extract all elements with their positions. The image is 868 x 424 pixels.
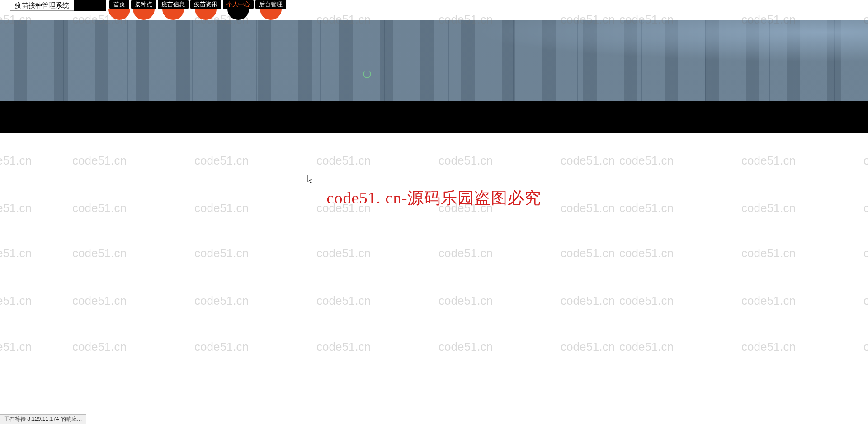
nav-lobe-1 — [133, 9, 155, 20]
nav-item-5[interactable]: 后台管理 — [255, 0, 286, 11]
mouse-cursor-icon — [307, 175, 314, 184]
title-black-extension — [74, 0, 106, 11]
nav-link-3[interactable]: 疫苗资讯 — [190, 0, 221, 9]
loading-spinner-icon — [363, 70, 371, 78]
nav-item-4[interactable]: 个人中心 — [223, 0, 254, 11]
center-warning-text: code51. cn-源码乐园盗图必究 — [327, 187, 542, 209]
nav-lobe-2 — [162, 9, 184, 20]
top-bar: 疫苗接种管理系统 首页接种点疫苗信息疫苗资讯个人中心后台管理 — [0, 0, 868, 11]
browser-status-bar: 正在等待 8.129.11.174 的响应… — [0, 414, 86, 424]
nav-link-4[interactable]: 个人中心 — [223, 0, 254, 9]
content-area: code51. cn-源码乐园盗图必究 — [0, 133, 868, 413]
nav-item-1[interactable]: 接种点 — [131, 0, 156, 11]
status-bar-text: 正在等待 8.129.11.174 的响应… — [4, 415, 82, 423]
hero-banner — [0, 20, 868, 101]
nav-lobe-4 — [227, 9, 249, 20]
site-title-text: 疫苗接种管理系统 — [15, 1, 69, 10]
nav-item-2[interactable]: 疫苗信息 — [158, 0, 189, 11]
site-title: 疫苗接种管理系统 — [10, 0, 74, 11]
black-separator-strip — [0, 101, 868, 133]
nav-link-5[interactable]: 后台管理 — [255, 0, 286, 9]
nav-lobe-5 — [260, 9, 282, 20]
nav-menu: 首页接种点疫苗信息疫苗资讯个人中心后台管理 — [109, 0, 286, 11]
nav-item-3[interactable]: 疫苗资讯 — [190, 0, 221, 11]
nav-link-1[interactable]: 接种点 — [131, 0, 156, 9]
nav-item-0[interactable]: 首页 — [109, 0, 129, 11]
nav-link-2[interactable]: 疫苗信息 — [158, 0, 189, 9]
nav-lobe-3 — [195, 9, 217, 20]
nav-lobe-0 — [108, 9, 130, 20]
nav-link-0[interactable]: 首页 — [109, 0, 129, 9]
